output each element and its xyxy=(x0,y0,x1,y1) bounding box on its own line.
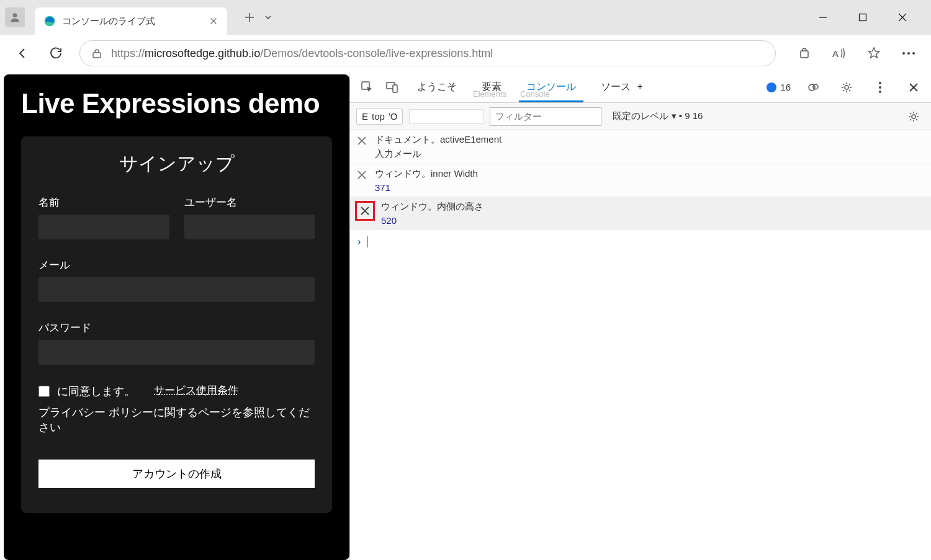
issue-dot-icon xyxy=(767,82,776,92)
devtools-tabs: ようこそ Elements 要素 Console コンソール ソース + 16 xyxy=(350,72,931,103)
live-expression-row: ウィンドウ。inner Width 371 xyxy=(350,164,931,197)
svg-rect-4 xyxy=(801,51,808,58)
read-aloud-icon[interactable]: A xyxy=(829,43,849,63)
window-controls xyxy=(814,9,926,26)
devtools-close-button[interactable] xyxy=(902,76,925,99)
edge-favicon-icon xyxy=(43,15,56,27)
console-toolbar: E top 'O 既定のレベル ▾ • 9 16 xyxy=(350,103,931,130)
create-account-button[interactable]: アカウントの作成 xyxy=(38,460,315,488)
log-levels-selector[interactable]: 既定のレベル ▾ • 9 16 xyxy=(613,110,703,122)
devtools-panel: ようこそ Elements 要素 Console コンソール ソース + 16 xyxy=(349,72,931,560)
expression-value: 371 xyxy=(375,182,478,193)
profile-button[interactable] xyxy=(5,7,25,27)
svg-point-16 xyxy=(879,86,881,89)
refresh-button[interactable] xyxy=(46,43,66,63)
shopping-icon[interactable] xyxy=(794,43,814,63)
devtools-more-button[interactable] xyxy=(869,76,891,99)
highlighted-remove-button xyxy=(355,201,375,221)
svg-point-0 xyxy=(13,13,17,17)
tab-overflow-button[interactable] xyxy=(259,7,277,27)
settings-button[interactable] xyxy=(835,76,858,99)
filter-input[interactable] xyxy=(490,107,601,126)
signup-form: サインアップ 名前 ユーザー名 メール パスワード xyxy=(21,136,332,513)
omnibox[interactable]: https://microsoftedge.github.io/Demos/de… xyxy=(79,40,776,66)
expression-value: 520 xyxy=(381,215,483,226)
username-label: ユーザー名 xyxy=(184,195,315,210)
expression-text[interactable]: ウィンドウ。inner Width xyxy=(375,168,478,180)
tab-sources[interactable]: ソース + xyxy=(590,78,654,96)
svg-point-14 xyxy=(845,86,848,89)
back-button[interactable] xyxy=(12,43,32,63)
svg-point-18 xyxy=(912,115,915,118)
tos-link[interactable]: サービス使用条件 xyxy=(154,383,238,399)
live-expressions-list: ドキュメント。activeE1ement 入力メール ウィンドウ。inner W… xyxy=(350,130,931,230)
remove-expression-button[interactable] xyxy=(355,134,369,148)
username-input[interactable] xyxy=(184,215,315,239)
new-tab-button[interactable] xyxy=(240,7,259,27)
tab-close-button[interactable] xyxy=(209,16,218,26)
context-selector[interactable]: E top 'O xyxy=(356,108,403,125)
expression-value: 入力メール xyxy=(375,148,501,160)
device-toggle-button[interactable] xyxy=(381,76,403,99)
svg-point-15 xyxy=(879,82,881,84)
issues-counter[interactable]: 16 xyxy=(767,82,791,92)
tab-elements[interactable]: Elements 要素 xyxy=(470,78,513,96)
tab-console[interactable]: Console コンソール xyxy=(515,78,587,96)
expression-text[interactable]: ドキュメント。activeE1ement xyxy=(375,134,501,146)
more-menu-button[interactable] xyxy=(899,43,919,63)
page-heading: Live Expressions demo xyxy=(21,88,332,119)
agree-checkbox[interactable] xyxy=(38,386,50,397)
feedback-button[interactable] xyxy=(802,76,824,99)
svg-text:A: A xyxy=(832,48,839,59)
form-title: サインアップ xyxy=(38,151,315,177)
tab-welcome[interactable]: ようこそ xyxy=(406,78,468,96)
svg-rect-3 xyxy=(93,53,101,58)
svg-rect-11 xyxy=(393,85,397,92)
remove-expression-button[interactable] xyxy=(358,204,372,218)
tab-title: コンソールのライブ式 xyxy=(62,16,202,27)
password-label: パスワード xyxy=(38,321,315,335)
svg-rect-2 xyxy=(860,14,866,21)
svg-point-6 xyxy=(902,52,905,55)
svg-point-17 xyxy=(879,91,881,93)
prompt-chevron-icon: › xyxy=(358,236,361,247)
remove-expression-button[interactable] xyxy=(355,168,369,182)
svg-point-8 xyxy=(912,52,915,55)
agree-label: に同意します。 xyxy=(57,384,135,399)
close-window-button[interactable] xyxy=(894,9,911,26)
maximize-button[interactable] xyxy=(854,9,871,26)
address-bar: https://microsoftedge.github.io/Demos/de… xyxy=(0,35,931,72)
url-text: https://microsoftedge.github.io/Demos/de… xyxy=(111,47,493,60)
address-actions: A xyxy=(789,43,919,63)
titlebar: コンソールのライブ式 xyxy=(0,0,931,35)
email-input[interactable] xyxy=(38,277,315,302)
email-label: メール xyxy=(38,258,315,272)
console-settings-button[interactable] xyxy=(902,105,925,128)
eye-button[interactable] xyxy=(409,109,483,124)
lock-icon xyxy=(91,48,102,59)
demo-page: Live Expressions demo サインアップ 名前 ユーザー名 メー… xyxy=(4,74,349,560)
live-expression-row: ウィンドウ。内側の高さ 520 xyxy=(350,197,931,230)
inspect-element-button[interactable] xyxy=(356,76,379,99)
svg-point-7 xyxy=(907,52,910,55)
minimize-button[interactable] xyxy=(814,9,832,26)
password-input[interactable] xyxy=(38,340,315,365)
content-area: Live Expressions demo サインアップ 名前 ユーザー名 メー… xyxy=(0,72,931,560)
prompt-caret xyxy=(367,236,367,247)
privacy-text: プライバシー ポリシーに関するページを参照してください xyxy=(38,405,315,435)
name-input[interactable] xyxy=(38,215,169,239)
favorite-icon[interactable] xyxy=(864,43,884,63)
live-expression-row: ドキュメント。activeE1ement 入力メール xyxy=(350,130,931,164)
browser-tab[interactable]: コンソールのライブ式 xyxy=(35,7,227,35)
name-label: 名前 xyxy=(38,195,169,210)
svg-point-13 xyxy=(813,84,818,89)
console-prompt[interactable]: › xyxy=(350,230,931,254)
expression-text[interactable]: ウィンドウ。内側の高さ xyxy=(381,201,483,213)
